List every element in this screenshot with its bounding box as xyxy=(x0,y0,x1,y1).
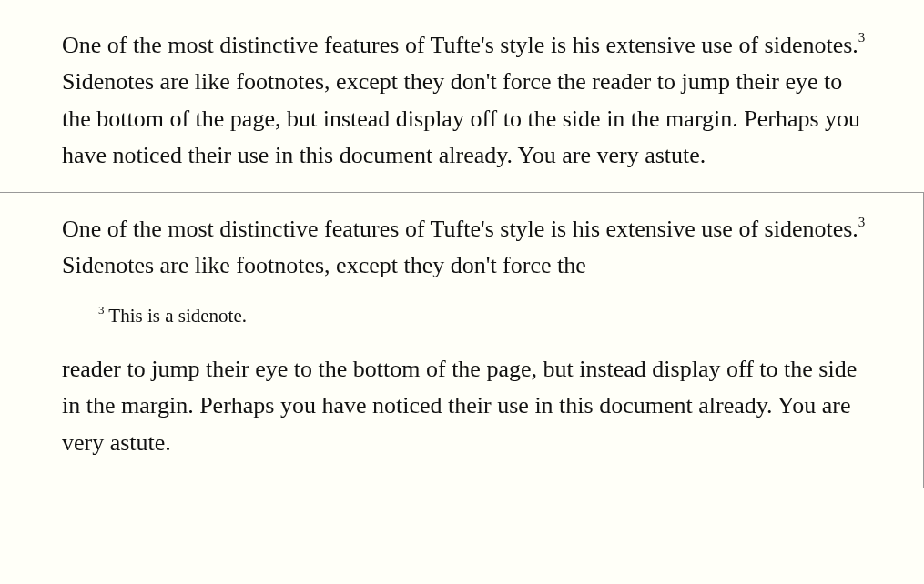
footnote-marker: 3 xyxy=(858,215,866,229)
top-paragraph: One of the most distinctive features of … xyxy=(62,27,869,174)
top-text-after: Sidenotes are like footnotes, except the… xyxy=(62,68,860,168)
top-section: One of the most distinctive features of … xyxy=(0,0,924,192)
footnote-marker: 3 xyxy=(858,30,866,45)
top-text-before: One of the most distinctive features of … xyxy=(62,32,858,58)
sidenote-block: 3 This is a sidenote. xyxy=(98,303,868,329)
sidenote: 3 This is a sidenote. xyxy=(98,305,247,327)
document-container: One of the most distinctive features of … xyxy=(0,0,924,488)
bottom-section: One of the most distinctive features of … xyxy=(0,192,924,488)
bottom-text1-before: One of the most distinctive features of … xyxy=(62,216,858,242)
sidenote-marker: 3 xyxy=(98,303,105,317)
bottom-text1-after: Sidenotes are like footnotes, except the… xyxy=(62,252,586,278)
sidenote-text-content: This is a sidenote. xyxy=(105,305,248,327)
bottom-paragraph-2: reader to jump their eye to the bottom o… xyxy=(62,351,868,461)
bottom-paragraph-1: One of the most distinctive features of … xyxy=(62,211,868,285)
